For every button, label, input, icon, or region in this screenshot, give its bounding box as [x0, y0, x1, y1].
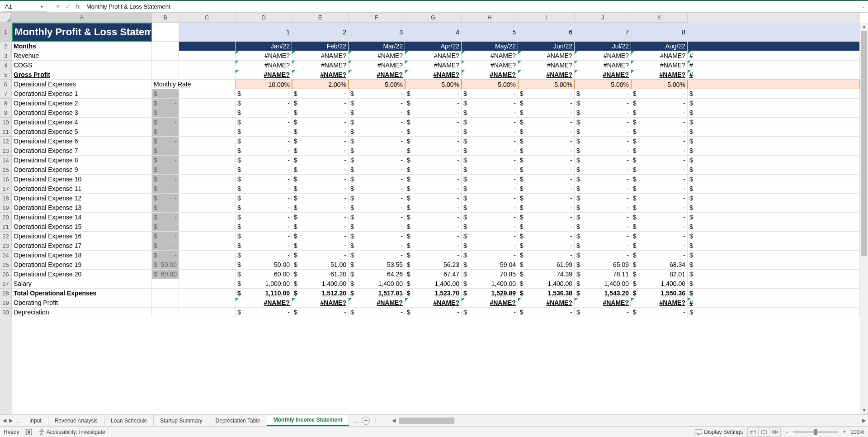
cell-edge[interactable]: $ — [688, 270, 860, 279]
opex-value[interactable]: $- — [236, 108, 292, 118]
column-header-E[interactable]: E — [292, 13, 349, 23]
vertical-scrollbar[interactable]: ▲ ▼ — [860, 23, 868, 414]
cell-edge[interactable]: $ — [688, 260, 860, 270]
opex-value[interactable]: $68.34 — [631, 260, 688, 270]
name-error[interactable]: #NAME? — [518, 70, 575, 80]
cell[interactable] — [179, 137, 236, 146]
opex-value[interactable]: $- — [518, 99, 575, 108]
opex-value[interactable]: $- — [631, 99, 688, 108]
opex-value[interactable]: $61.20 — [292, 270, 349, 279]
month-header[interactable]: Jun/22 — [518, 42, 575, 51]
name-error[interactable]: #NAME? — [631, 298, 688, 308]
cell[interactable] — [179, 203, 236, 213]
monthly-rate-cell[interactable]: $- — [152, 222, 179, 232]
macro-icon[interactable] — [26, 429, 32, 435]
opex-value[interactable]: $- — [405, 89, 462, 99]
cell[interactable] — [179, 99, 236, 108]
opex-name[interactable]: Operational Expense 19 — [12, 260, 152, 270]
opex-value[interactable]: $- — [349, 251, 405, 260]
name-error[interactable]: #NAME? — [518, 61, 575, 70]
cell-edge[interactable]: $ — [688, 213, 860, 222]
opex-value[interactable]: $- — [292, 165, 349, 175]
opex-value[interactable]: $- — [405, 241, 462, 251]
opex-value[interactable]: $- — [236, 241, 292, 251]
opex-value[interactable]: $- — [349, 99, 405, 108]
scroll-down-icon[interactable]: ▼ — [860, 406, 868, 414]
opex-value[interactable]: $56.23 — [405, 260, 462, 270]
cell-edge[interactable]: $ — [688, 194, 860, 203]
monthly-rate-cell[interactable]: $- — [152, 175, 179, 184]
cell[interactable] — [179, 289, 236, 298]
opex-value[interactable]: $- — [575, 146, 631, 156]
cell-edge[interactable]: $ — [688, 175, 860, 184]
opex-value[interactable]: $- — [236, 175, 292, 184]
period-num[interactable]: 4 — [405, 23, 462, 42]
tab-prev-icon[interactable]: ◀ — [3, 418, 6, 423]
opex-value[interactable]: $- — [631, 194, 688, 203]
opex-value[interactable]: $- — [405, 203, 462, 213]
opex-value[interactable]: $- — [518, 184, 575, 194]
tab-next-icon[interactable]: ▶ — [9, 418, 13, 423]
depr-value[interactable]: $- — [462, 308, 518, 317]
row-header-19[interactable]: 19 — [0, 203, 12, 213]
row-header-26[interactable]: 26 — [0, 270, 12, 279]
salary-value[interactable]: $1,400.00 — [292, 279, 349, 289]
cell[interactable] — [179, 241, 236, 251]
fx-button[interactable]: fx — [73, 2, 83, 12]
row-header-25[interactable]: 25 — [0, 260, 12, 270]
revenue-label[interactable]: Revenue — [12, 51, 152, 61]
opex-value[interactable]: $- — [518, 213, 575, 222]
hscroll-track[interactable] — [399, 418, 859, 424]
opex-value[interactable]: $- — [631, 184, 688, 194]
row-header-22[interactable]: 22 — [0, 232, 12, 241]
cell[interactable] — [179, 184, 236, 194]
display-settings-button[interactable]: Display Settings — [695, 429, 743, 435]
name-error[interactable]: #NAME? — [292, 298, 349, 308]
opex-value[interactable]: $- — [349, 175, 405, 184]
row-header-4[interactable]: 4 — [0, 61, 12, 70]
opex-value[interactable]: $- — [575, 194, 631, 203]
opex-value[interactable]: $- — [462, 146, 518, 156]
opex-value[interactable]: $- — [405, 137, 462, 146]
opex-value[interactable]: $- — [292, 203, 349, 213]
tab-overflow-icon[interactable]: … — [354, 418, 359, 424]
month-header[interactable]: Jul/22 — [575, 42, 631, 51]
depr-value[interactable]: $- — [292, 308, 349, 317]
name-error[interactable]: #NAME? — [575, 298, 631, 308]
opex-value[interactable]: $- — [236, 251, 292, 260]
opex-value[interactable]: $- — [349, 137, 405, 146]
monthly-rate-cell[interactable]: $- — [152, 99, 179, 108]
cell-edge[interactable] — [688, 23, 860, 42]
month-header[interactable]: Mar/22 — [349, 42, 405, 51]
opex-value[interactable]: $- — [236, 165, 292, 175]
column-header-G[interactable]: G — [405, 13, 462, 23]
opex-value[interactable]: $- — [349, 146, 405, 156]
salary-value[interactable]: $1,400.00 — [405, 279, 462, 289]
opex-value[interactable]: $- — [575, 203, 631, 213]
cell[interactable] — [179, 270, 236, 279]
cells-area[interactable]: Monthly Profit & Loss Statement12345678M… — [12, 23, 860, 414]
row-header-17[interactable]: 17 — [0, 184, 12, 194]
opex-name[interactable]: Operational Expense 12 — [12, 194, 152, 203]
name-error[interactable]: #NAME? — [405, 70, 462, 80]
new-sheet-button[interactable]: + — [362, 417, 370, 425]
depr-value[interactable]: $- — [575, 308, 631, 317]
opex-name[interactable]: Operational Expense 16 — [12, 232, 152, 241]
cell[interactable] — [179, 222, 236, 232]
cell[interactable] — [152, 289, 179, 298]
opex-value[interactable]: $- — [292, 241, 349, 251]
opex-value[interactable]: $- — [292, 127, 349, 137]
name-error[interactable]: #NAME? — [575, 51, 631, 61]
opex-value[interactable]: $- — [518, 137, 575, 146]
name-error[interactable]: #NAME? — [349, 51, 405, 61]
cell[interactable] — [179, 146, 236, 156]
monthly-rate-cell[interactable]: $- — [152, 146, 179, 156]
name-error[interactable]: #NAME? — [462, 70, 518, 80]
cell[interactable] — [179, 194, 236, 203]
opex-value[interactable]: $- — [405, 146, 462, 156]
monthly-rate-cell[interactable]: $- — [152, 156, 179, 165]
opex-value[interactable]: $- — [349, 222, 405, 232]
opex-value[interactable]: $- — [292, 232, 349, 241]
salary-value[interactable]: $1,400.00 — [631, 279, 688, 289]
salary-value[interactable]: $1,400.00 — [349, 279, 405, 289]
